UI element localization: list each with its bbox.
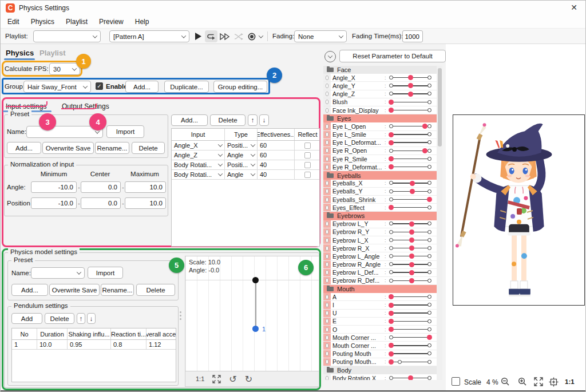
param-section-body[interactable]: Body bbox=[323, 366, 437, 374]
param-slider[interactable] bbox=[389, 164, 431, 171]
zoom-in-icon[interactable] bbox=[518, 377, 527, 386]
param-section-face[interactable]: Face bbox=[323, 66, 437, 74]
param-slider[interactable] bbox=[389, 358, 431, 365]
io-preset-import-button[interactable]: Import bbox=[106, 125, 144, 138]
norm-posx-center[interactable]: 0.0 bbox=[81, 197, 121, 209]
io-preset-delete-button[interactable]: Delete bbox=[132, 142, 165, 154]
undo-icon[interactable]: ↺ bbox=[229, 374, 236, 385]
group-duplicate-button[interactable]: Duplicate... bbox=[164, 81, 209, 93]
input-source-combo[interactable]: Body Rotati... bbox=[172, 170, 225, 179]
record-button[interactable] bbox=[246, 30, 258, 42]
param-slider[interactable] bbox=[389, 204, 431, 211]
param-slider[interactable] bbox=[389, 82, 431, 89]
input-source-combo[interactable]: Angle_X bbox=[172, 141, 225, 150]
pendulum-node-point[interactable] bbox=[252, 326, 259, 332]
input-source-combo[interactable]: Angle_Z bbox=[172, 151, 225, 160]
input-delete-button[interactable]: Delete bbox=[210, 114, 246, 126]
param-slider[interactable] bbox=[389, 90, 431, 97]
slider-knob[interactable] bbox=[427, 197, 432, 202]
enable-checkbox[interactable]: ✓ bbox=[96, 82, 103, 90]
fading-time-input[interactable]: 1000 bbox=[402, 30, 423, 42]
slider-knob[interactable] bbox=[408, 83, 413, 88]
slider-knob[interactable] bbox=[389, 327, 394, 332]
slider-knob[interactable] bbox=[422, 148, 427, 153]
model-preset-overwrite-button[interactable]: Overwrite Save bbox=[49, 284, 100, 296]
group-add-button[interactable]: Add... bbox=[125, 81, 159, 93]
reflect-checkbox[interactable] bbox=[304, 152, 311, 159]
param-slider[interactable] bbox=[389, 131, 431, 138]
pendulum-add-button[interactable]: Add bbox=[11, 313, 42, 324]
pendulum-table-row[interactable]: 110.00.950.81.12 bbox=[12, 340, 176, 350]
param-slider[interactable] bbox=[389, 318, 431, 324]
param-slider[interactable] bbox=[389, 188, 431, 195]
param-slider[interactable] bbox=[389, 277, 431, 284]
group-editing-button[interactable]: Group editing... bbox=[213, 81, 267, 93]
slider-knob[interactable] bbox=[389, 359, 394, 365]
reflect-checkbox[interactable] bbox=[304, 142, 311, 149]
frame-crop-icon[interactable] bbox=[549, 377, 559, 387]
slider-knob[interactable] bbox=[389, 100, 394, 105]
param-slider[interactable] bbox=[389, 253, 431, 260]
scale-checkbox[interactable] bbox=[452, 377, 460, 386]
input-effectiveness-value[interactable]: 60 bbox=[258, 141, 295, 150]
param-section-eyebrows[interactable]: Eyebrows bbox=[323, 212, 437, 220]
slider-knob[interactable] bbox=[408, 75, 413, 80]
slider-knob[interactable] bbox=[427, 335, 432, 340]
collapse-panel-button[interactable] bbox=[324, 51, 336, 62]
model-preview-box[interactable] bbox=[453, 114, 585, 306]
param-section-eyeballs[interactable]: Eyeballs bbox=[323, 171, 437, 179]
slider-knob[interactable] bbox=[389, 311, 394, 316]
slider-knob[interactable] bbox=[409, 246, 414, 251]
param-slider[interactable] bbox=[389, 294, 431, 300]
graph-ratio-button[interactable]: 1:1 bbox=[196, 375, 204, 382]
model-preset-delete-button[interactable]: Delete bbox=[136, 284, 175, 296]
menu-item-physics[interactable]: Physics bbox=[25, 18, 60, 26]
param-slider[interactable] bbox=[389, 139, 431, 146]
input-type-combo[interactable]: Positi... bbox=[225, 141, 258, 150]
param-section-eyes[interactable]: Eyes bbox=[323, 114, 437, 122]
param-slider[interactable] bbox=[389, 98, 431, 105]
menu-item-edit[interactable]: Edit bbox=[2, 18, 25, 26]
param-slider[interactable] bbox=[389, 237, 431, 244]
input-effectiveness-value[interactable]: 40 bbox=[258, 170, 295, 179]
input-effectiveness-value[interactable]: 40 bbox=[258, 160, 295, 169]
io-preset-overwrite-button[interactable]: Overwrite Save bbox=[42, 142, 94, 154]
input-type-combo[interactable]: Angle bbox=[225, 170, 258, 179]
slider-knob[interactable] bbox=[409, 278, 414, 283]
pendulum-anchor-point[interactable] bbox=[252, 277, 259, 283]
menu-item-playlist[interactable]: Playlist bbox=[60, 18, 93, 26]
input-effectiveness-value[interactable]: 60 bbox=[258, 151, 295, 160]
param-slider[interactable] bbox=[389, 156, 431, 163]
param-slider[interactable] bbox=[389, 220, 431, 227]
slider-knob[interactable] bbox=[422, 124, 427, 129]
pendulum-move-down-button[interactable]: ↓ bbox=[87, 313, 96, 324]
slider-knob[interactable] bbox=[409, 254, 414, 259]
record-options-chevron[interactable] bbox=[257, 30, 265, 42]
slider-knob[interactable] bbox=[408, 92, 413, 97]
pendulum-delete-button[interactable]: Delete bbox=[45, 313, 74, 324]
redo-icon[interactable]: ↻ bbox=[245, 374, 252, 385]
slider-knob[interactable] bbox=[389, 164, 394, 169]
slider-knob[interactable] bbox=[389, 343, 394, 348]
fading-combo[interactable]: None bbox=[294, 30, 347, 42]
menu-item-preview[interactable]: Preview bbox=[93, 18, 129, 26]
slider-knob[interactable] bbox=[409, 221, 414, 227]
pendulum-move-up-button[interactable]: ↑ bbox=[77, 313, 85, 324]
param-slider[interactable] bbox=[389, 261, 431, 268]
slider-knob[interactable] bbox=[389, 351, 394, 357]
menu-item-help[interactable]: Help bbox=[129, 18, 155, 26]
norm-angle-min[interactable]: -10.0 bbox=[31, 181, 77, 193]
param-slider[interactable] bbox=[389, 107, 431, 114]
slider-knob[interactable] bbox=[389, 108, 394, 113]
param-section-mouth[interactable]: Mouth bbox=[323, 285, 437, 293]
param-slider[interactable] bbox=[389, 350, 431, 357]
parameter-scrollbar-thumb[interactable] bbox=[438, 68, 442, 146]
slider-knob[interactable] bbox=[389, 303, 394, 308]
param-slider[interactable] bbox=[389, 302, 431, 308]
splitter-handle[interactable] bbox=[179, 311, 181, 324]
param-slider[interactable] bbox=[389, 123, 431, 130]
param-slider[interactable] bbox=[389, 375, 431, 380]
fit-view-icon[interactable] bbox=[534, 377, 543, 386]
pattern-combo[interactable]: [Pattern A] bbox=[109, 30, 189, 42]
slider-knob[interactable] bbox=[410, 181, 415, 186]
